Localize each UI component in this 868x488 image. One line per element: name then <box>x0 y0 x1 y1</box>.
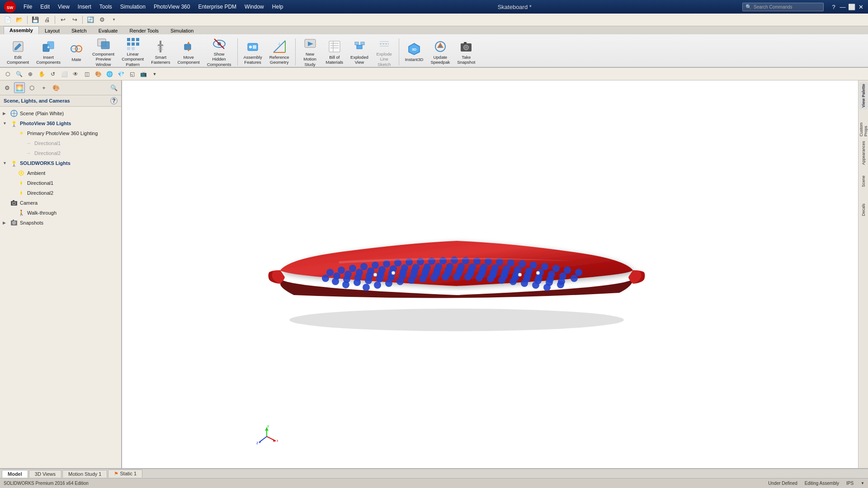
rebuild-btn[interactable]: 🔄 <box>85 15 95 25</box>
view-display-btn[interactable]: ⬜ <box>59 69 69 79</box>
help-icon[interactable]: ? <box>830 3 837 10</box>
tree-item-sw-lights[interactable]: ▼ SOLIDWORKS Lights <box>0 158 121 168</box>
tab-layout[interactable]: Layout <box>39 27 66 34</box>
viewport[interactable]: x y z View Palette Custom Props Appearan… <box>122 80 868 468</box>
tree-item-scene[interactable]: ▶ Scene (Plain White) <box>0 108 121 118</box>
view-zoom-area-btn[interactable]: ⊕ <box>25 69 35 79</box>
search-box[interactable]: 🔍 Search Commands <box>742 3 824 11</box>
options-btn[interactable]: ⚙ <box>97 15 107 25</box>
bill-of-materials-btn[interactable]: Bill ofMaterials <box>323 36 347 68</box>
svg-point-180 <box>487 275 494 282</box>
mate-btn[interactable]: Mate <box>65 36 88 68</box>
tab-simulation[interactable]: Simulation <box>165 27 199 34</box>
tab-3dviews[interactable]: 3D Views <box>29 470 61 478</box>
panel-config-btn[interactable]: ⬡ <box>26 82 37 93</box>
tree-item-walkthrough[interactable]: 🚶 Walk-through <box>0 208 121 218</box>
panel-search-btn[interactable]: 🔍 <box>108 82 119 93</box>
component-preview-btn[interactable]: ComponentPreviewWindow <box>89 36 118 68</box>
tree-item-directional1-pv[interactable]: → Directional1 <box>0 138 121 148</box>
panel-dxfimport-btn[interactable]: + <box>38 82 49 93</box>
reference-geometry-btn[interactable]: ReferenceGeometry <box>266 36 292 68</box>
insert-components-btn[interactable]: + InsertComponents <box>33 36 64 68</box>
units-display[interactable]: IPS <box>846 481 854 486</box>
view-realview-btn[interactable]: 💎 <box>116 69 126 79</box>
right-tab-4[interactable]: Scene <box>859 168 868 195</box>
svg-point-188 <box>518 273 522 277</box>
tree-item-directional2-pv[interactable]: → Directional2 <box>0 148 121 158</box>
units-dropdown-arrow[interactable]: ▼ <box>861 481 864 485</box>
linear-component-pattern-btn[interactable]: LinearComponentPattern <box>118 36 147 68</box>
menu-photoview[interactable]: PhotoView 360 <box>150 2 194 11</box>
tab-static[interactable]: ⚑ Static 1 <box>108 469 142 478</box>
tree-item-directional2-sw[interactable]: Directional2 <box>0 188 121 198</box>
tab-sketch[interactable]: Sketch <box>66 27 93 34</box>
view-hide-show-btn[interactable]: 👁 <box>71 69 80 79</box>
right-tab-3[interactable]: Appearances <box>859 139 868 166</box>
tab-assembly[interactable]: Assembly <box>4 26 39 34</box>
redo-btn[interactable]: ↪ <box>70 15 80 25</box>
view-appearance-btn[interactable]: 🎨 <box>93 69 103 79</box>
edit-component-btn[interactable]: EditComponent <box>4 36 32 68</box>
menu-epdm[interactable]: Enterprise PDM <box>194 2 240 11</box>
instant3d-btn[interactable]: 3D Instant3D <box>402 36 427 68</box>
new-motion-study-btn[interactable]: NewMotionStudy <box>298 36 322 68</box>
exploded-view-btn[interactable]: ExplodedView <box>347 36 372 68</box>
view-orientation-btn[interactable]: ⬡ <box>3 69 13 79</box>
assembly-features-btn[interactable]: AssemblyFeatures <box>241 36 265 68</box>
restore-btn[interactable]: ⬜ <box>848 3 855 10</box>
view-dropdown-btn[interactable]: ▼ <box>150 69 160 79</box>
panel-appearance-btn[interactable]: 🎨 <box>51 82 61 93</box>
right-tab-1[interactable]: View Palette <box>859 82 868 109</box>
close-btn[interactable]: ✕ <box>857 3 864 10</box>
tree-item-snapshots[interactable]: ▶ Snapshots <box>0 218 121 228</box>
minimize-btn[interactable]: — <box>839 3 846 10</box>
quick-access-toolbar: 📄 📂 💾 🖨 ↩ ↪ 🔄 ⚙ ▼ <box>0 14 868 26</box>
svg-point-151 <box>365 277 372 284</box>
menu-insert[interactable]: Insert <box>74 2 95 11</box>
menu-tools[interactable]: Tools <box>96 2 116 11</box>
insert-components-label: InsertComponents <box>36 55 61 65</box>
panel-featuretree-btn[interactable]: ⚙ <box>2 82 13 93</box>
panel-display-btn[interactable]: 🌅 <box>14 82 25 93</box>
assembly-features-icon <box>245 39 260 54</box>
tab-motion-study[interactable]: Motion Study 1 <box>62 470 107 478</box>
tree-item-camera[interactable]: Camera <box>0 198 121 208</box>
explode-line-sketch-btn[interactable]: ExplodeLineSketch <box>373 36 396 68</box>
menu-edit[interactable]: Edit <box>37 2 53 11</box>
tab-model[interactable]: Model <box>2 470 28 478</box>
tree-item-directional1-sw[interactable]: Directional1 <box>0 178 121 188</box>
tree-item-primary-lighting[interactable]: ☀ Primary PhotoView 360 Lighting <box>0 128 121 138</box>
right-tab-5[interactable]: Decals <box>859 196 868 223</box>
save-btn[interactable]: 💾 <box>30 15 40 25</box>
menu-window[interactable]: Window <box>241 2 268 11</box>
resize-handle[interactable] <box>119 80 123 468</box>
tab-render-tools[interactable]: Render Tools <box>123 27 165 34</box>
tab-evaluate[interactable]: Evaluate <box>93 27 124 34</box>
panel-help-btn[interactable]: ? <box>110 97 118 104</box>
take-snapshot-btn[interactable]: TakeSnapshot <box>454 36 478 68</box>
smart-fasteners-btn[interactable]: SmartFasteners <box>148 36 173 68</box>
qa-dropdown[interactable]: ▼ <box>109 15 119 25</box>
print-btn[interactable]: 🖨 <box>42 15 52 25</box>
view-screen-capture-btn[interactable]: 📺 <box>138 69 148 79</box>
update-speedpak-btn[interactable]: UpdateSpeedpak <box>427 36 453 68</box>
view-shadows-btn[interactable]: ◱ <box>127 69 137 79</box>
view-rotate-btn[interactable]: ↺ <box>48 69 58 79</box>
show-hidden-btn[interactable]: ShowHiddenComponents <box>204 36 235 68</box>
view-scene-btn[interactable]: 🌐 <box>104 69 114 79</box>
menu-view[interactable]: View <box>54 2 73 11</box>
menu-file[interactable]: File <box>20 2 36 11</box>
view-section-btn[interactable]: ◫ <box>82 69 92 79</box>
open-btn[interactable]: 📂 <box>14 15 24 25</box>
new-btn[interactable]: 📄 <box>3 15 13 25</box>
right-tab-2[interactable]: Custom Props <box>859 111 868 138</box>
tree-item-ambient[interactable]: Ambient <box>0 168 121 178</box>
view-pan-btn[interactable]: ✋ <box>37 69 47 79</box>
view-zoom-btn[interactable]: 🔍 <box>14 69 24 79</box>
svg-rect-46 <box>361 42 364 45</box>
undo-btn[interactable]: ↩ <box>58 15 68 25</box>
move-component-btn[interactable]: MoveComponent <box>175 36 203 68</box>
menu-simulation[interactable]: Simulation <box>117 2 149 11</box>
menu-help[interactable]: Help <box>269 2 287 11</box>
tree-item-photoview-lights[interactable]: ▼ PhotoView 360 Lights <box>0 118 121 128</box>
